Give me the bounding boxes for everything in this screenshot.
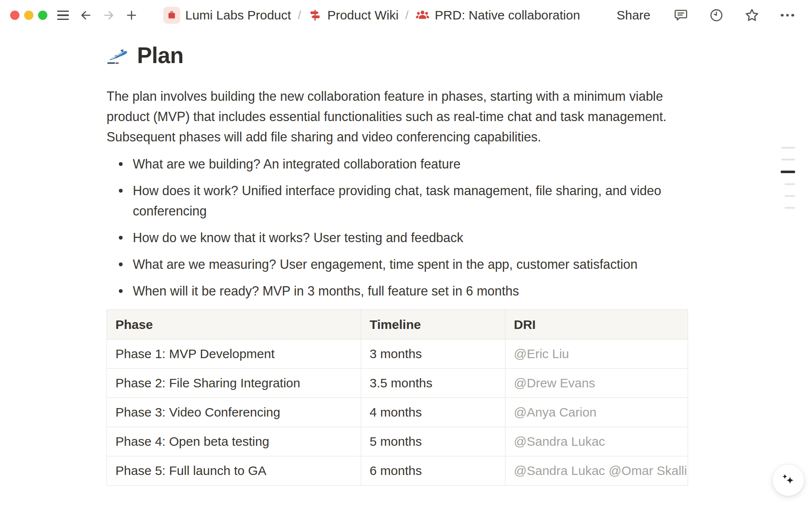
window-controls <box>10 11 47 20</box>
new-page-button[interactable] <box>124 8 139 22</box>
breadcrumb-label: Lumi Labs Product <box>185 8 291 22</box>
topbar-actions: Share <box>612 6 797 25</box>
more-button[interactable] <box>778 6 797 25</box>
table-header-row: Phase Timeline DRI <box>107 310 688 340</box>
table-row: Phase 5: Full launch to GA 6 months @San… <box>107 456 688 486</box>
comments-icon <box>673 8 689 23</box>
outline-indicator <box>781 147 795 209</box>
phase-table: Phase Timeline DRI Phase 1: MVP Developm… <box>107 309 688 486</box>
column-header-phase[interactable]: Phase <box>107 310 361 340</box>
cell-dri-mention[interactable]: @Anya Carion <box>505 398 688 427</box>
airplane-departure-emoji[interactable] <box>107 44 129 66</box>
breadcrumb-item-workspace[interactable]: Lumi Labs Product <box>163 7 291 24</box>
briefcase-icon <box>163 7 180 24</box>
list-item[interactable]: When will it be ready? MVP in 3 months, … <box>107 281 705 301</box>
list-item[interactable]: How do we know that it works? User testi… <box>107 227 705 248</box>
breadcrumb-label: Product Wiki <box>327 8 398 22</box>
outline-line[interactable] <box>781 147 795 149</box>
breadcrumb-item-wiki[interactable]: Product Wiki <box>308 8 398 22</box>
cell-dri-mention[interactable]: @Eric Liu <box>505 340 688 369</box>
plus-icon <box>125 9 138 22</box>
intro-paragraph[interactable]: The plan involves building the new colla… <box>107 86 705 147</box>
minimize-window-button[interactable] <box>24 11 33 20</box>
ai-assistant-button[interactable] <box>772 464 804 496</box>
list-item[interactable]: How does it work? Unified interface prov… <box>107 180 705 221</box>
share-button[interactable]: Share <box>612 6 655 25</box>
table-row: Phase 4: Open beta testing 5 months @San… <box>107 427 688 456</box>
cell-timeline[interactable]: 4 months <box>361 398 505 427</box>
cell-timeline[interactable]: 5 months <box>361 427 505 456</box>
zoom-window-button[interactable] <box>38 11 47 20</box>
nav-controls <box>56 8 139 22</box>
outline-line[interactable] <box>785 183 795 185</box>
favorite-button[interactable] <box>743 6 761 25</box>
topbar: Lumi Labs Product / Product Wiki / PRD: … <box>0 0 812 30</box>
cell-dri-mention[interactable]: @Sandra Lukac <box>505 427 688 456</box>
sparkles-icon <box>779 471 797 489</box>
cell-phase[interactable]: Phase 4: Open beta testing <box>107 427 361 456</box>
table-row: Phase 1: MVP Development 3 months @Eric … <box>107 340 688 369</box>
cell-phase[interactable]: Phase 1: MVP Development <box>107 340 361 369</box>
question-list: What are we building? An integrated coll… <box>107 154 705 301</box>
favorite-star-icon <box>744 7 760 23</box>
table-row: Phase 3: Video Conferencing 4 months @An… <box>107 398 688 427</box>
comments-button[interactable] <box>672 6 690 25</box>
cell-dri-mention[interactable]: @Sandra Lukac @Omar Skalli <box>505 456 688 486</box>
cell-phase[interactable]: Phase 2: File Sharing Integration <box>107 369 361 398</box>
cell-phase[interactable]: Phase 5: Full launch to GA <box>107 456 361 486</box>
forward-icon <box>102 8 115 22</box>
breadcrumb-label: PRD: Native collaboration <box>435 8 580 22</box>
list-item[interactable]: What are we measuring? User engagement, … <box>107 254 705 274</box>
table-row: Phase 2: File Sharing Integration 3.5 mo… <box>107 369 688 398</box>
updates-button[interactable] <box>707 6 726 25</box>
back-icon <box>79 8 93 22</box>
breadcrumb-separator: / <box>405 8 409 22</box>
breadcrumb-separator: / <box>298 8 301 22</box>
more-icon <box>781 14 794 17</box>
page-title: Plan <box>107 42 705 68</box>
outline-line-active[interactable] <box>781 171 795 173</box>
page-title-text[interactable]: Plan <box>137 42 184 68</box>
close-window-button[interactable] <box>10 11 19 20</box>
column-header-dri[interactable]: DRI <box>505 310 688 340</box>
breadcrumb: Lumi Labs Product / Product Wiki / PRD: … <box>163 7 580 24</box>
outline-line[interactable] <box>785 207 795 209</box>
cell-timeline[interactable]: 3 months <box>361 340 505 369</box>
breadcrumb-item-page[interactable]: PRD: Native collaboration <box>415 8 580 22</box>
list-item[interactable]: What are we building? An integrated coll… <box>107 154 705 174</box>
forward-button[interactable] <box>102 8 116 22</box>
cell-phase[interactable]: Phase 3: Video Conferencing <box>107 398 361 427</box>
outline-line[interactable] <box>785 195 795 197</box>
page-content: Plan The plan involves building the new … <box>107 42 705 486</box>
signpost-icon <box>308 8 322 22</box>
menu-icon <box>57 11 69 20</box>
cell-dri-mention[interactable]: @Drew Evans <box>505 369 688 398</box>
outline-line[interactable] <box>781 159 795 160</box>
column-header-timeline[interactable]: Timeline <box>361 310 505 340</box>
menu-button[interactable] <box>56 8 70 22</box>
cell-timeline[interactable]: 6 months <box>361 456 505 486</box>
updates-clock-icon <box>709 8 724 23</box>
team-icon <box>415 8 430 22</box>
cell-timeline[interactable]: 3.5 months <box>361 369 505 398</box>
back-button[interactable] <box>79 8 93 22</box>
